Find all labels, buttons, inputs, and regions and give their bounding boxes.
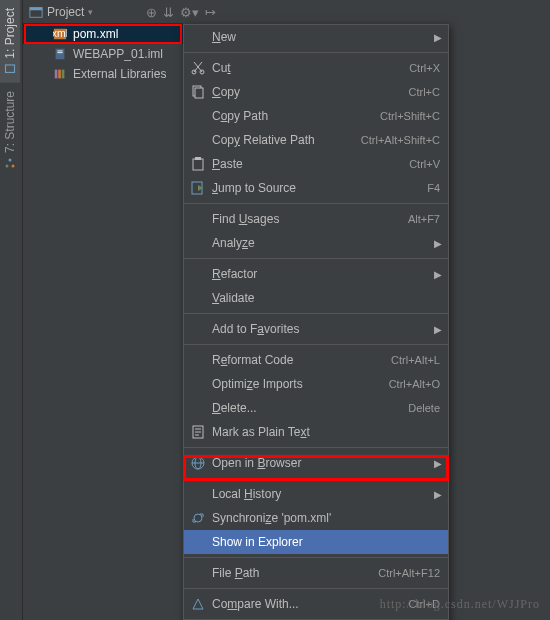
menu-item-analyze[interactable]: Analyze▶ xyxy=(184,231,448,255)
menu-item-shortcut: Ctrl+D xyxy=(409,598,440,610)
menu-item-jump-to-source[interactable]: Jump to SourceF4 xyxy=(184,176,448,200)
xml-icon: xml xyxy=(53,27,67,41)
svg-rect-9 xyxy=(57,51,62,52)
menu-item-label: Validate xyxy=(212,291,440,305)
menu-item-refactor[interactable]: Refactor▶ xyxy=(184,262,448,286)
blank-icon xyxy=(190,376,206,392)
menu-item-label: Local History xyxy=(212,487,440,501)
submenu-arrow-icon: ▶ xyxy=(434,489,442,500)
svg-rect-10 xyxy=(57,52,62,53)
left-gutter: 1: Project 7: Structure xyxy=(0,0,23,620)
project-title: Project xyxy=(47,5,84,19)
menu-item-shortcut: Ctrl+V xyxy=(409,158,440,170)
menu-item-validate[interactable]: Validate xyxy=(184,286,448,310)
menu-separator xyxy=(184,313,448,314)
vtab-project-label: 1: Project xyxy=(3,8,17,59)
blank-icon xyxy=(190,108,206,124)
dropdown-arrow-icon[interactable]: ▾ xyxy=(88,7,93,17)
menu-item-cut[interactable]: CutCtrl+X xyxy=(184,56,448,80)
target-icon[interactable]: ⊕ xyxy=(146,5,157,20)
structure-tab-icon xyxy=(4,157,16,169)
menu-item-shortcut: Ctrl+Shift+C xyxy=(380,110,440,122)
menu-separator xyxy=(184,447,448,448)
menu-item-label: Copy Relative Path xyxy=(212,133,361,147)
collapse-icon[interactable]: ⇊ xyxy=(163,5,174,20)
menu-item-add-to-favorites[interactable]: Add to Favorites▶ xyxy=(184,317,448,341)
cut-icon xyxy=(190,60,206,76)
menu-item-copy-relative-path[interactable]: Copy Relative PathCtrl+Alt+Shift+C xyxy=(184,128,448,152)
svg-point-1 xyxy=(12,164,15,167)
menu-item-reformat-code[interactable]: Reformat CodeCtrl+Alt+L xyxy=(184,348,448,372)
vtab-structure-label: 7: Structure xyxy=(3,91,17,153)
menu-item-label: Reformat Code xyxy=(212,353,391,367)
project-icon xyxy=(29,5,43,19)
menu-item-label: New xyxy=(212,30,440,44)
project-toolbar: ⊕ ⇊ ⚙▾ ↦ xyxy=(142,0,220,24)
menu-item-shortcut: Ctrl+Alt+F12 xyxy=(378,567,440,579)
menu-item-delete[interactable]: Delete...Delete xyxy=(184,396,448,420)
menu-item-label: Show in Explorer xyxy=(212,535,440,549)
svg-rect-11 xyxy=(55,70,58,79)
menu-item-label: Cut xyxy=(212,61,409,75)
blank-icon xyxy=(190,534,206,550)
svg-rect-20 xyxy=(193,159,203,170)
menu-item-label: Optimize Imports xyxy=(212,377,389,391)
paste-icon xyxy=(190,156,206,172)
iml-icon xyxy=(53,47,67,61)
menu-item-synchronize-pom-xml[interactable]: Synchronize 'pom.xml' xyxy=(184,506,448,530)
menu-separator xyxy=(184,478,448,479)
menu-item-local-history[interactable]: Local History▶ xyxy=(184,482,448,506)
menu-item-label: Mark as Plain Text xyxy=(212,425,440,439)
menu-separator xyxy=(184,588,448,589)
tree-item-webapp_01-iml[interactable]: WEBAPP_01.iml xyxy=(23,44,183,64)
menu-item-label: Copy Path xyxy=(212,109,380,123)
tree-item-label: WEBAPP_01.iml xyxy=(73,47,163,61)
menu-item-label: Synchronize 'pom.xml' xyxy=(212,511,440,525)
copy-icon xyxy=(190,84,206,100)
svg-point-3 xyxy=(9,158,12,161)
menu-item-shortcut: Ctrl+X xyxy=(409,62,440,74)
svg-text:xml: xml xyxy=(53,27,67,39)
menu-item-shortcut: Ctrl+Alt+L xyxy=(391,354,440,366)
menu-item-shortcut: F4 xyxy=(427,182,440,194)
gear-icon[interactable]: ⚙▾ xyxy=(180,5,199,20)
svg-rect-0 xyxy=(6,65,15,73)
project-tab-icon xyxy=(4,63,16,75)
menu-item-open-in-browser[interactable]: Open in Browser▶ xyxy=(184,451,448,475)
blank-icon xyxy=(190,290,206,306)
menu-item-compare-with[interactable]: Compare With...Ctrl+D xyxy=(184,592,448,616)
menu-item-label: Compare With... xyxy=(212,597,409,611)
menu-item-optimize-imports[interactable]: Optimize ImportsCtrl+Alt+O xyxy=(184,372,448,396)
menu-item-label: Jump to Source xyxy=(212,181,427,195)
menu-item-label: Paste xyxy=(212,157,409,171)
menu-item-label: Refactor xyxy=(212,267,440,281)
menu-item-mark-as-plain-text[interactable]: Mark as Plain Text xyxy=(184,420,448,444)
lib-icon xyxy=(53,67,67,81)
tree-item-pom-xml[interactable]: xmlpom.xml xyxy=(23,24,183,44)
menu-item-new[interactable]: New▶ xyxy=(184,25,448,49)
tree-item-external-libraries[interactable]: External Libraries xyxy=(23,64,183,84)
menu-item-shortcut: Ctrl+Alt+Shift+C xyxy=(361,134,440,146)
vtab-structure[interactable]: 7: Structure xyxy=(0,83,20,177)
menu-item-show-in-explorer[interactable]: Show in Explorer xyxy=(184,530,448,554)
menu-item-copy-path[interactable]: Copy PathCtrl+Shift+C xyxy=(184,104,448,128)
menu-item-label: Analyze xyxy=(212,236,440,250)
menu-item-copy[interactable]: CopyCtrl+C xyxy=(184,80,448,104)
menu-item-shortcut: Ctrl+C xyxy=(409,86,440,98)
menu-item-find-usages[interactable]: Find UsagesAlt+F7 xyxy=(184,207,448,231)
menu-separator xyxy=(184,344,448,345)
menu-item-file-path[interactable]: File PathCtrl+Alt+F12 xyxy=(184,561,448,585)
svg-rect-13 xyxy=(62,70,65,79)
hide-icon[interactable]: ↦ xyxy=(205,5,216,20)
vtab-project[interactable]: 1: Project xyxy=(0,0,20,83)
tree-item-label: pom.xml xyxy=(73,27,118,41)
menu-separator xyxy=(184,557,448,558)
menu-item-paste[interactable]: PasteCtrl+V xyxy=(184,152,448,176)
menu-item-label: File Path xyxy=(212,566,378,580)
jump-icon xyxy=(190,180,206,196)
menu-item-label: Find Usages xyxy=(212,212,408,226)
tree-item-label: External Libraries xyxy=(73,67,166,81)
blank-icon xyxy=(190,235,206,251)
compare-icon xyxy=(190,596,206,612)
blank-icon xyxy=(190,486,206,502)
